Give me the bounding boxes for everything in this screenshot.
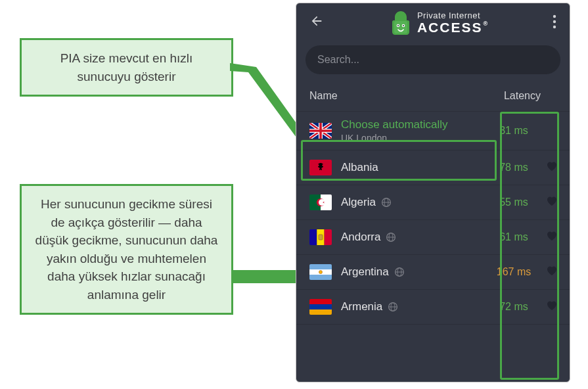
favorite-button[interactable] [546, 161, 556, 175]
kebab-icon [553, 14, 556, 29]
svg-point-11 [553, 25, 556, 28]
server-name: Albania [341, 161, 482, 174]
brand-logo: Private Internet ACCESS® [390, 10, 487, 36]
arrow-left-icon [309, 14, 324, 28]
column-name-header: Name [309, 90, 338, 102]
svg-point-7 [397, 25, 399, 26]
heart-icon [546, 265, 558, 276]
server-name-label: Argentina [341, 265, 389, 279]
flag-dz-icon [309, 194, 332, 210]
pia-app-window: Private Internet ACCESS® Name Latency [296, 3, 570, 382]
menu-button[interactable] [549, 12, 560, 35]
server-list[interactable]: Choose automatically UK London 31 ms Alb… [296, 112, 570, 325]
server-row[interactable]: Armenia72 ms [296, 290, 570, 325]
server-name-label: Albania [341, 161, 378, 174]
latency-value: 55 ms [491, 196, 537, 208]
svg-rect-16 [309, 129, 332, 132]
annotation-text: Her sunucunun gecikme süresi de açıkça g… [35, 197, 218, 302]
server-name-label: Armenia [341, 300, 382, 313]
server-name: Armenia [341, 300, 482, 313]
top-bar: Private Internet ACCESS® [296, 3, 570, 41]
brand-line-1: Private Internet [417, 11, 487, 20]
svg-point-21 [319, 199, 325, 206]
annotation-callout-2: Her sunucunun gecikme süresi de açıkça g… [20, 184, 233, 315]
globe-icon [381, 197, 392, 208]
latency-value: 31 ms [491, 125, 537, 137]
svg-rect-27 [309, 229, 317, 245]
svg-rect-29 [325, 229, 332, 245]
svg-point-10 [553, 20, 556, 22]
server-name-label: Andorra [341, 231, 380, 244]
brand-line-2: ACCESS® [417, 20, 487, 35]
search-input[interactable] [305, 45, 560, 74]
favorite-button[interactable] [546, 300, 556, 314]
svg-point-36 [319, 270, 322, 273]
latency-value: 167 ms [491, 266, 537, 278]
flag-uk-icon [309, 123, 332, 139]
svg-point-8 [403, 25, 404, 26]
favorite-button[interactable] [546, 231, 556, 244]
latency-value: 72 ms [491, 301, 537, 313]
svg-rect-41 [309, 304, 332, 309]
heart-icon [546, 231, 558, 241]
server-row-auto[interactable]: Choose automatically UK London 31 ms [296, 112, 570, 150]
server-name-label: Algeria [341, 196, 376, 209]
flag-am-icon [309, 299, 332, 315]
svg-rect-42 [309, 309, 332, 315]
flag-ar-icon [309, 264, 332, 280]
server-row[interactable]: Algeria55 ms [296, 185, 570, 220]
search-container [296, 41, 570, 81]
heart-icon [546, 196, 558, 206]
annotation-text: PIA size mevcut en hızlı sunucuyu göster… [60, 51, 193, 83]
column-header-row: Name Latency [296, 81, 570, 112]
server-row[interactable]: Andorra61 ms [296, 220, 570, 255]
server-name: Andorra [341, 231, 482, 244]
registered-mark: ® [483, 20, 487, 27]
latency-value: 61 ms [491, 231, 537, 243]
favorite-button[interactable] [546, 265, 556, 279]
svg-rect-30 [319, 235, 323, 240]
annotation-callout-1: PIA size mevcut en hızlı sunucuyu göster… [20, 38, 233, 97]
flag-ad-icon [309, 229, 332, 245]
heart-icon [546, 300, 558, 311]
server-name-block: Choose automatically UK London [341, 118, 482, 143]
lock-icon [390, 10, 412, 36]
column-latency-header: Latency [504, 90, 541, 102]
back-button[interactable] [305, 11, 328, 35]
globe-icon [386, 232, 396, 242]
svg-point-9 [553, 14, 556, 17]
latency-value: 78 ms [491, 162, 537, 173]
server-row[interactable]: Argentina167 ms [296, 255, 570, 290]
server-name: Algeria [341, 196, 482, 209]
server-row[interactable]: Albania78 ms [296, 150, 570, 185]
server-name: Argentina [341, 265, 482, 279]
globe-icon [388, 302, 398, 312]
svg-rect-40 [309, 299, 332, 304]
flag-al-icon [309, 160, 332, 175]
heart-icon [546, 161, 558, 172]
brand-text: Private Internet ACCESS® [417, 11, 487, 35]
auto-choose-sublabel: UK London [341, 133, 482, 143]
auto-choose-label: Choose automatically [341, 118, 482, 131]
favorite-button[interactable] [546, 196, 556, 210]
globe-icon [394, 267, 405, 277]
